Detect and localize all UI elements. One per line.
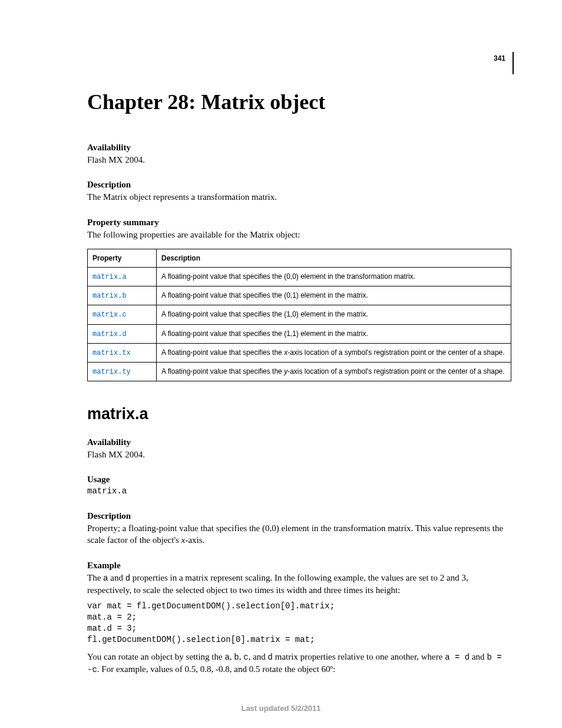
chapter-title: Chapter 28: Matrix object <box>87 90 509 114</box>
table-header-row: Property Description <box>88 249 511 267</box>
col-description: Description <box>157 249 511 267</box>
member-usage-heading: Usage <box>87 475 509 485</box>
footer-updated: Last updated 5/2/2011 <box>0 704 562 713</box>
member-description-heading: Description <box>87 511 509 521</box>
desc-matrix-ty: A floating-point value that specifies th… <box>157 362 511 381</box>
link-matrix-b[interactable]: matrix.b <box>92 292 127 300</box>
member-description-text: Property; a floating-point value that sp… <box>87 522 509 546</box>
table-row: matrix.a A floating-point value that spe… <box>88 267 511 286</box>
desc-matrix-d: A floating-point value that specifies th… <box>157 324 511 343</box>
availability-text: Flash MX 2004. <box>87 154 509 166</box>
property-summary-text: The following properties are available f… <box>87 229 509 241</box>
member-usage-code: matrix.a <box>87 486 509 497</box>
desc-matrix-b: A floating-point value that specifies th… <box>157 286 511 305</box>
description-heading: Description <box>87 180 509 190</box>
member-availability-heading: Availability <box>87 437 509 447</box>
member-availability-text: Flash MX 2004. <box>87 449 509 460</box>
table-row: matrix.d A floating-point value that spe… <box>88 324 511 343</box>
desc-matrix-c: A floating-point value that specifies th… <box>157 305 511 324</box>
link-matrix-c[interactable]: matrix.c <box>92 311 127 319</box>
table-row: matrix.c A floating-point value that spe… <box>88 305 511 324</box>
link-matrix-d[interactable]: matrix.d <box>92 330 127 338</box>
table-row: matrix.tx A floating-point value that sp… <box>88 343 511 362</box>
member-title: matrix.a <box>87 405 509 423</box>
member-example-p1: The a and d properties in a matrix repre… <box>87 572 509 596</box>
link-matrix-tx[interactable]: matrix.tx <box>92 349 131 357</box>
member-example-code: var mat = fl.getDocumentDOM().selection[… <box>87 601 509 645</box>
page-number-rule <box>513 52 514 74</box>
link-matrix-ty[interactable]: matrix.ty <box>92 368 131 376</box>
link-matrix-a[interactable]: matrix.a <box>92 273 127 281</box>
member-example-heading: Example <box>87 561 509 571</box>
table-row: matrix.b A floating-point value that spe… <box>88 286 511 305</box>
availability-heading: Availability <box>87 143 509 153</box>
desc-matrix-tx: A floating-point value that specifies th… <box>157 343 511 362</box>
property-summary-heading: Property summary <box>87 218 509 228</box>
col-property: Property <box>88 249 157 267</box>
member-example-p2: You can rotate an object by setting the … <box>87 651 509 676</box>
table-row: matrix.ty A floating-point value that sp… <box>88 362 511 381</box>
page-number: 341 <box>494 54 509 62</box>
description-text: The Matrix object represents a transform… <box>87 191 509 203</box>
property-table: Property Description matrix.a A floating… <box>87 249 511 381</box>
page-content: Chapter 28: Matrix object Availability F… <box>0 0 562 676</box>
desc-matrix-a: A floating-point value that specifies th… <box>157 267 511 286</box>
